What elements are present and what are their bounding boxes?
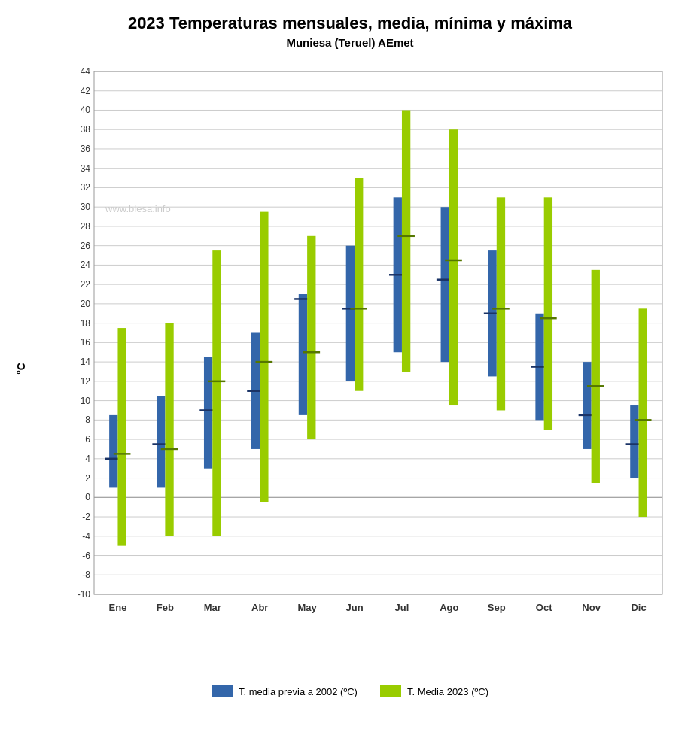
svg-text:-10: -10: [78, 589, 91, 600]
svg-text:Ago: Ago: [440, 602, 458, 613]
svg-text:Mar: Mar: [204, 602, 221, 613]
svg-text:36: 36: [81, 144, 91, 154]
svg-rect-78: [299, 294, 307, 415]
svg-text:Feb: Feb: [157, 602, 174, 613]
svg-text:Ene: Ene: [109, 602, 127, 613]
chart-area: -10-8-6-4-202468101214161820222426283032…: [64, 64, 670, 636]
svg-text:18: 18: [81, 318, 91, 329]
svg-rect-110: [592, 270, 600, 483]
svg-text:-6: -6: [82, 551, 90, 561]
svg-rect-100: [497, 197, 505, 410]
page-title: 2023 Temperaturas mensuales, media, míni…: [0, 0, 700, 36]
svg-text:Abr: Abr: [251, 602, 268, 613]
svg-text:Nov: Nov: [582, 602, 601, 613]
svg-rect-90: [402, 110, 410, 372]
subtitle: Muniesa (Teruel) AEmet: [0, 36, 700, 49]
svg-text:0: 0: [85, 492, 90, 502]
svg-rect-60: [117, 328, 126, 546]
svg-rect-93: [441, 207, 449, 362]
svg-text:Sep: Sep: [488, 602, 506, 613]
legend-color-blue: [212, 685, 233, 697]
svg-rect-83: [346, 246, 355, 381]
svg-text:28: 28: [81, 221, 91, 232]
y-axis-label: °C: [15, 363, 27, 375]
legend-item-green: T. Media 2023 (ºC): [380, 685, 488, 697]
chart-wrapper: °C www.blesa.info -10-8-6-4-202468101214…: [23, 56, 677, 681]
svg-text:4: 4: [85, 454, 90, 464]
chart-svg: -10-8-6-4-202468101214161820222426283032…: [64, 64, 670, 636]
svg-text:6: 6: [85, 434, 90, 445]
svg-text:44: 44: [81, 66, 91, 77]
svg-text:42: 42: [81, 86, 91, 96]
svg-text:14: 14: [81, 357, 91, 367]
svg-text:10: 10: [81, 396, 91, 406]
legend-label-green: T. Media 2023 (ºC): [407, 686, 488, 697]
svg-text:Dic: Dic: [631, 602, 646, 613]
svg-text:May: May: [297, 602, 317, 613]
svg-text:24: 24: [81, 260, 91, 270]
svg-text:26: 26: [81, 241, 91, 251]
svg-rect-80: [307, 236, 315, 439]
svg-text:2: 2: [85, 473, 90, 484]
svg-rect-113: [630, 405, 638, 478]
svg-rect-115: [639, 308, 647, 517]
svg-text:34: 34: [81, 163, 91, 174]
legend-color-green: [380, 685, 401, 697]
legend: T. media previa a 2002 (ºC) T. Media 202…: [0, 685, 700, 697]
legend-item-blue: T. media previa a 2002 (ºC): [212, 685, 358, 697]
svg-text:20: 20: [81, 299, 91, 309]
svg-text:30: 30: [81, 202, 91, 212]
svg-text:-4: -4: [82, 531, 90, 542]
svg-text:Oct: Oct: [536, 602, 552, 613]
svg-rect-108: [583, 362, 591, 449]
svg-rect-65: [165, 323, 173, 536]
svg-text:8: 8: [85, 414, 90, 425]
svg-rect-57: [94, 71, 662, 594]
svg-text:16: 16: [81, 337, 91, 348]
svg-text:Jun: Jun: [345, 602, 363, 613]
svg-rect-85: [355, 178, 363, 391]
legend-label-blue: T. media previa a 2002 (ºC): [239, 686, 358, 697]
svg-rect-58: [109, 415, 117, 488]
svg-rect-68: [204, 357, 212, 469]
svg-rect-70: [212, 250, 221, 536]
svg-text:-8: -8: [82, 569, 90, 580]
svg-text:22: 22: [81, 279, 91, 290]
svg-text:38: 38: [81, 124, 91, 135]
svg-rect-95: [449, 129, 458, 405]
svg-rect-75: [260, 212, 268, 502]
svg-rect-63: [157, 396, 165, 487]
svg-text:40: 40: [81, 105, 91, 115]
svg-text:32: 32: [81, 182, 91, 193]
svg-text:12: 12: [81, 376, 91, 387]
svg-text:-2: -2: [82, 512, 90, 522]
svg-rect-105: [544, 197, 552, 430]
svg-text:Jul: Jul: [395, 602, 409, 613]
